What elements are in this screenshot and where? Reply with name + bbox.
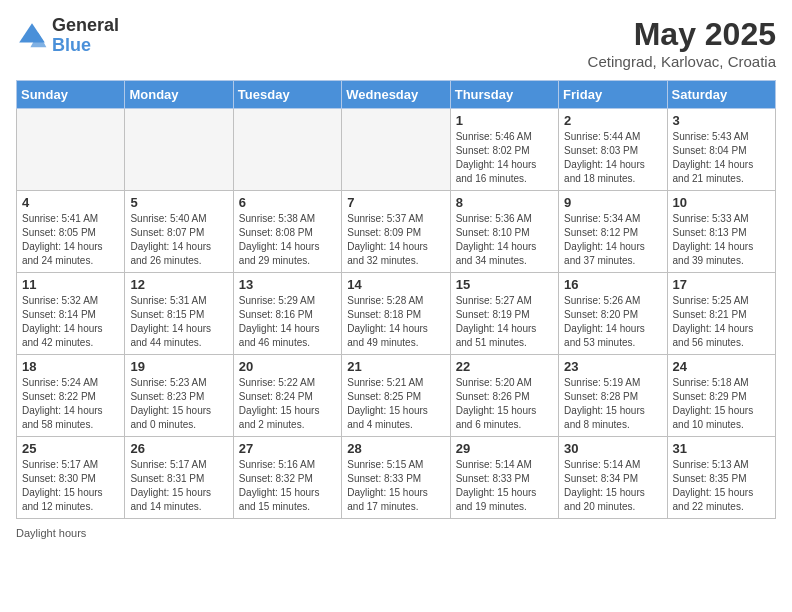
calendar-cell: 11Sunrise: 5:32 AM Sunset: 8:14 PM Dayli… <box>17 273 125 355</box>
calendar-cell <box>233 109 341 191</box>
day-number: 30 <box>564 441 661 456</box>
calendar-cell: 10Sunrise: 5:33 AM Sunset: 8:13 PM Dayli… <box>667 191 775 273</box>
day-number: 7 <box>347 195 444 210</box>
day-info: Sunrise: 5:26 AM Sunset: 8:20 PM Dayligh… <box>564 294 661 350</box>
day-number: 15 <box>456 277 553 292</box>
day-info: Sunrise: 5:17 AM Sunset: 8:30 PM Dayligh… <box>22 458 119 514</box>
day-info: Sunrise: 5:25 AM Sunset: 8:21 PM Dayligh… <box>673 294 770 350</box>
calendar-cell: 19Sunrise: 5:23 AM Sunset: 8:23 PM Dayli… <box>125 355 233 437</box>
day-number: 29 <box>456 441 553 456</box>
calendar-table: SundayMondayTuesdayWednesdayThursdayFrid… <box>16 80 776 519</box>
calendar-cell: 9Sunrise: 5:34 AM Sunset: 8:12 PM Daylig… <box>559 191 667 273</box>
day-number: 18 <box>22 359 119 374</box>
day-info: Sunrise: 5:15 AM Sunset: 8:33 PM Dayligh… <box>347 458 444 514</box>
day-number: 21 <box>347 359 444 374</box>
header-day: Saturday <box>667 81 775 109</box>
title-block: May 2025 Cetingrad, Karlovac, Croatia <box>588 16 776 70</box>
calendar-cell: 23Sunrise: 5:19 AM Sunset: 8:28 PM Dayli… <box>559 355 667 437</box>
day-info: Sunrise: 5:14 AM Sunset: 8:34 PM Dayligh… <box>564 458 661 514</box>
logo-icon <box>16 20 48 52</box>
day-number: 9 <box>564 195 661 210</box>
calendar-cell: 26Sunrise: 5:17 AM Sunset: 8:31 PM Dayli… <box>125 437 233 519</box>
calendar-cell: 18Sunrise: 5:24 AM Sunset: 8:22 PM Dayli… <box>17 355 125 437</box>
calendar-week-row: 25Sunrise: 5:17 AM Sunset: 8:30 PM Dayli… <box>17 437 776 519</box>
calendar-cell: 24Sunrise: 5:18 AM Sunset: 8:29 PM Dayli… <box>667 355 775 437</box>
month-title: May 2025 <box>588 16 776 53</box>
day-info: Sunrise: 5:19 AM Sunset: 8:28 PM Dayligh… <box>564 376 661 432</box>
day-info: Sunrise: 5:34 AM Sunset: 8:12 PM Dayligh… <box>564 212 661 268</box>
calendar-cell: 8Sunrise: 5:36 AM Sunset: 8:10 PM Daylig… <box>450 191 558 273</box>
calendar-cell: 1Sunrise: 5:46 AM Sunset: 8:02 PM Daylig… <box>450 109 558 191</box>
day-info: Sunrise: 5:40 AM Sunset: 8:07 PM Dayligh… <box>130 212 227 268</box>
day-number: 23 <box>564 359 661 374</box>
day-number: 27 <box>239 441 336 456</box>
day-number: 22 <box>456 359 553 374</box>
day-info: Sunrise: 5:41 AM Sunset: 8:05 PM Dayligh… <box>22 212 119 268</box>
header-day: Tuesday <box>233 81 341 109</box>
logo-text: General Blue <box>52 16 119 56</box>
page-header: General Blue May 2025 Cetingrad, Karlova… <box>16 16 776 70</box>
calendar-week-row: 1Sunrise: 5:46 AM Sunset: 8:02 PM Daylig… <box>17 109 776 191</box>
calendar-cell: 6Sunrise: 5:38 AM Sunset: 8:08 PM Daylig… <box>233 191 341 273</box>
calendar-cell: 25Sunrise: 5:17 AM Sunset: 8:30 PM Dayli… <box>17 437 125 519</box>
header-day: Thursday <box>450 81 558 109</box>
day-info: Sunrise: 5:22 AM Sunset: 8:24 PM Dayligh… <box>239 376 336 432</box>
day-number: 3 <box>673 113 770 128</box>
day-info: Sunrise: 5:16 AM Sunset: 8:32 PM Dayligh… <box>239 458 336 514</box>
day-info: Sunrise: 5:18 AM Sunset: 8:29 PM Dayligh… <box>673 376 770 432</box>
calendar-cell <box>17 109 125 191</box>
calendar-cell: 13Sunrise: 5:29 AM Sunset: 8:16 PM Dayli… <box>233 273 341 355</box>
day-info: Sunrise: 5:20 AM Sunset: 8:26 PM Dayligh… <box>456 376 553 432</box>
calendar-body: 1Sunrise: 5:46 AM Sunset: 8:02 PM Daylig… <box>17 109 776 519</box>
calendar-cell: 30Sunrise: 5:14 AM Sunset: 8:34 PM Dayli… <box>559 437 667 519</box>
day-number: 24 <box>673 359 770 374</box>
day-number: 11 <box>22 277 119 292</box>
calendar-cell: 12Sunrise: 5:31 AM Sunset: 8:15 PM Dayli… <box>125 273 233 355</box>
day-info: Sunrise: 5:32 AM Sunset: 8:14 PM Dayligh… <box>22 294 119 350</box>
calendar-cell: 15Sunrise: 5:27 AM Sunset: 8:19 PM Dayli… <box>450 273 558 355</box>
day-info: Sunrise: 5:33 AM Sunset: 8:13 PM Dayligh… <box>673 212 770 268</box>
calendar-cell: 21Sunrise: 5:21 AM Sunset: 8:25 PM Dayli… <box>342 355 450 437</box>
header-day: Wednesday <box>342 81 450 109</box>
day-info: Sunrise: 5:31 AM Sunset: 8:15 PM Dayligh… <box>130 294 227 350</box>
logo-blue-text: Blue <box>52 36 119 56</box>
calendar-cell: 27Sunrise: 5:16 AM Sunset: 8:32 PM Dayli… <box>233 437 341 519</box>
day-info: Sunrise: 5:29 AM Sunset: 8:16 PM Dayligh… <box>239 294 336 350</box>
calendar-cell <box>125 109 233 191</box>
calendar-header: SundayMondayTuesdayWednesdayThursdayFrid… <box>17 81 776 109</box>
day-number: 12 <box>130 277 227 292</box>
day-number: 20 <box>239 359 336 374</box>
calendar-cell: 2Sunrise: 5:44 AM Sunset: 8:03 PM Daylig… <box>559 109 667 191</box>
day-number: 4 <box>22 195 119 210</box>
calendar-cell: 31Sunrise: 5:13 AM Sunset: 8:35 PM Dayli… <box>667 437 775 519</box>
day-number: 14 <box>347 277 444 292</box>
day-info: Sunrise: 5:28 AM Sunset: 8:18 PM Dayligh… <box>347 294 444 350</box>
calendar-cell: 20Sunrise: 5:22 AM Sunset: 8:24 PM Dayli… <box>233 355 341 437</box>
footer: Daylight hours <box>16 527 776 539</box>
day-number: 1 <box>456 113 553 128</box>
calendar-cell: 3Sunrise: 5:43 AM Sunset: 8:04 PM Daylig… <box>667 109 775 191</box>
logo: General Blue <box>16 16 119 56</box>
calendar-week-row: 11Sunrise: 5:32 AM Sunset: 8:14 PM Dayli… <box>17 273 776 355</box>
day-number: 6 <box>239 195 336 210</box>
day-info: Sunrise: 5:21 AM Sunset: 8:25 PM Dayligh… <box>347 376 444 432</box>
calendar-cell: 17Sunrise: 5:25 AM Sunset: 8:21 PM Dayli… <box>667 273 775 355</box>
day-number: 31 <box>673 441 770 456</box>
calendar-week-row: 4Sunrise: 5:41 AM Sunset: 8:05 PM Daylig… <box>17 191 776 273</box>
day-number: 8 <box>456 195 553 210</box>
day-info: Sunrise: 5:24 AM Sunset: 8:22 PM Dayligh… <box>22 376 119 432</box>
day-number: 25 <box>22 441 119 456</box>
day-number: 17 <box>673 277 770 292</box>
day-info: Sunrise: 5:44 AM Sunset: 8:03 PM Dayligh… <box>564 130 661 186</box>
footer-label: Daylight hours <box>16 527 86 539</box>
header-row: SundayMondayTuesdayWednesdayThursdayFrid… <box>17 81 776 109</box>
calendar-week-row: 18Sunrise: 5:24 AM Sunset: 8:22 PM Dayli… <box>17 355 776 437</box>
calendar-cell: 5Sunrise: 5:40 AM Sunset: 8:07 PM Daylig… <box>125 191 233 273</box>
day-info: Sunrise: 5:27 AM Sunset: 8:19 PM Dayligh… <box>456 294 553 350</box>
calendar-cell <box>342 109 450 191</box>
header-day: Sunday <box>17 81 125 109</box>
day-number: 2 <box>564 113 661 128</box>
location: Cetingrad, Karlovac, Croatia <box>588 53 776 70</box>
day-info: Sunrise: 5:43 AM Sunset: 8:04 PM Dayligh… <box>673 130 770 186</box>
calendar-cell: 14Sunrise: 5:28 AM Sunset: 8:18 PM Dayli… <box>342 273 450 355</box>
